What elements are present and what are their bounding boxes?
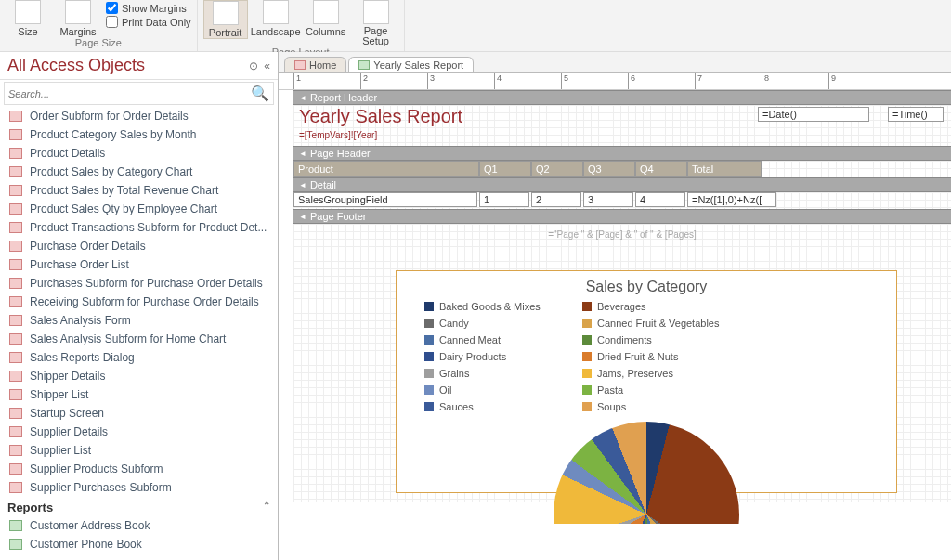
- legend-swatch: [424, 369, 434, 378]
- form-icon: [9, 278, 22, 289]
- time-textbox[interactable]: =Time(): [888, 107, 944, 122]
- nav-item[interactable]: Supplier Details: [0, 423, 278, 441]
- detail-q3[interactable]: 3: [583, 192, 633, 207]
- form-icon: [9, 463, 22, 475]
- nav-title: All Access Objects: [7, 56, 145, 75]
- legend-item: Condiments: [582, 334, 722, 345]
- detail-q4[interactable]: 4: [635, 192, 685, 207]
- form-icon: [9, 315, 22, 326]
- nav-item[interactable]: Receiving Subform for Purchase Order Det…: [0, 293, 278, 311]
- legend-swatch: [582, 335, 592, 345]
- tab-yearly-sales-report[interactable]: Yearly Sales Report: [348, 57, 474, 72]
- form-icon: [9, 408, 22, 419]
- nav-dropdown-icon[interactable]: ⊙: [249, 59, 258, 72]
- chart-legend: Baked Goods & MixesBeveragesCandyCanned …: [397, 301, 896, 422]
- legend-swatch: [582, 352, 592, 361]
- nav-item[interactable]: Product Transactions Subform for Product…: [0, 218, 278, 237]
- legend-item: Dairy Products: [424, 351, 564, 362]
- chart-title: Sales by Category: [397, 271, 896, 301]
- col-q1[interactable]: Q1: [479, 161, 531, 177]
- legend-swatch: [582, 385, 592, 395]
- form-icon: [9, 482, 22, 493]
- page-setup-button[interactable]: Page Setup: [354, 0, 398, 46]
- detail-total[interactable]: =Nz([1],0)+Nz([: [687, 192, 776, 207]
- nav-section-reports[interactable]: Reports⌃: [0, 497, 278, 516]
- page-number-textbox[interactable]: ="Page " & [Page] & " of " & [Pages]: [293, 224, 951, 240]
- nav-item[interactable]: Product Category Sales by Month: [0, 125, 278, 144]
- portrait-button[interactable]: Portrait: [203, 0, 248, 39]
- nav-collapse-icon[interactable]: «: [264, 59, 270, 72]
- form-icon: [9, 296, 22, 307]
- nav-item[interactable]: Purchase Order List: [0, 255, 278, 274]
- detail-q2[interactable]: 2: [531, 192, 581, 207]
- nav-item[interactable]: Sales Reports Dialog: [0, 348, 278, 367]
- col-product[interactable]: Product: [293, 161, 479, 177]
- form-icon: [9, 222, 22, 233]
- landscape-icon: [263, 0, 289, 24]
- detail-q1[interactable]: 1: [479, 192, 529, 207]
- section-bar-page-footer[interactable]: Page Footer: [293, 209, 951, 224]
- nav-item[interactable]: Product Sales Qty by Employee Chart: [0, 200, 278, 218]
- detail-grouping-field[interactable]: SalesGroupingField: [293, 192, 477, 207]
- search-icon[interactable]: 🔍: [251, 85, 269, 102]
- section-bar-report-header[interactable]: Report Header: [293, 90, 951, 105]
- nav-item-report[interactable]: Customer Address Book: [0, 516, 278, 535]
- tab-home[interactable]: Home: [284, 57, 346, 72]
- nav-item[interactable]: Product Sales by Total Revenue Chart: [0, 181, 278, 200]
- size-button[interactable]: Size: [6, 0, 50, 37]
- date-textbox[interactable]: =Date(): [758, 107, 869, 122]
- columns-icon: [313, 0, 339, 24]
- form-icon: [9, 129, 22, 140]
- nav-item[interactable]: Supplier List: [0, 441, 278, 460]
- legend-swatch: [424, 319, 434, 328]
- navigation-pane: All Access Objects ⊙ « 🔍 Order Subform f…: [0, 52, 279, 560]
- sales-by-category-chart[interactable]: Sales by Category Baked Goods & MixesBev…: [396, 270, 897, 493]
- horizontal-ruler: 123456789: [279, 73, 951, 90]
- nav-item[interactable]: Product Sales by Category Chart: [0, 163, 278, 181]
- report-title-label[interactable]: Yearly Sales Report: [295, 105, 466, 128]
- print-data-only-checkbox[interactable]: Print Data Only: [106, 16, 191, 28]
- report-design-surface[interactable]: 123456789 Report Header Yearly Sales Rep…: [279, 72, 951, 560]
- legend-item: Baked Goods & Mixes: [424, 301, 564, 312]
- nav-item[interactable]: Supplier Products Subform: [0, 460, 278, 478]
- nav-item[interactable]: Startup Screen: [0, 404, 278, 423]
- nav-item[interactable]: Purchase Order Details: [0, 237, 278, 255]
- nav-item[interactable]: Order Subform for Order Details: [0, 107, 278, 125]
- nav-item[interactable]: Sales Analysis Subform for Home Chart: [0, 330, 278, 348]
- col-q2[interactable]: Q2: [531, 161, 583, 177]
- nav-item[interactable]: Shipper Details: [0, 367, 278, 385]
- legend-swatch: [424, 402, 434, 411]
- nav-search-input[interactable]: [8, 88, 251, 99]
- nav-item-report[interactable]: Customer Phone Book: [0, 535, 278, 553]
- year-textbox[interactable]: =[TempVars]![Year]: [295, 129, 397, 141]
- legend-swatch: [582, 302, 592, 311]
- col-q3[interactable]: Q3: [583, 161, 635, 177]
- nav-search[interactable]: 🔍: [4, 82, 274, 105]
- legend-swatch: [582, 402, 592, 411]
- nav-item[interactable]: Sales Analysis Form: [0, 311, 278, 330]
- landscape-button[interactable]: Landscape: [254, 0, 298, 37]
- group-label-page-size: Page Size: [75, 37, 122, 48]
- section-bar-page-header[interactable]: Page Header: [293, 146, 951, 161]
- col-q4[interactable]: Q4: [635, 161, 687, 177]
- section-bar-detail[interactable]: Detail: [293, 177, 951, 192]
- nav-item[interactable]: Supplier Purchases Subform: [0, 478, 278, 497]
- col-total[interactable]: Total: [687, 161, 762, 177]
- form-icon: [9, 203, 22, 215]
- legend-item: Jams, Preserves: [582, 368, 722, 379]
- nav-item[interactable]: Product Details: [0, 144, 278, 163]
- columns-button[interactable]: Columns: [304, 0, 348, 37]
- nav-item[interactable]: Purchases Subform for Purchase Order Det…: [0, 274, 278, 293]
- nav-list: Order Subform for Order DetailsProduct C…: [0, 107, 278, 560]
- legend-item: Oil: [424, 384, 564, 396]
- form-icon: [9, 259, 22, 270]
- margins-button[interactable]: Margins: [56, 0, 100, 37]
- form-icon: [9, 333, 22, 345]
- legend-swatch: [424, 352, 434, 361]
- show-margins-checkbox[interactable]: Show Margins: [106, 2, 191, 14]
- legend-item: Sauces: [424, 401, 564, 412]
- form-icon: [9, 389, 22, 400]
- nav-item[interactable]: Shipper List: [0, 385, 278, 404]
- vertical-ruler: [279, 90, 293, 560]
- form-icon: [9, 148, 22, 159]
